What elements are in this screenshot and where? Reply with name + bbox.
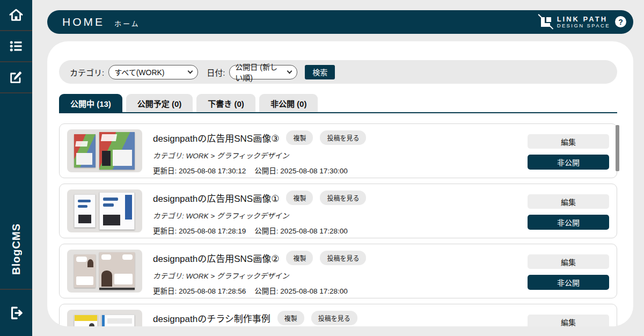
view-post-button[interactable]: 投稿を見る (320, 191, 366, 205)
help-icon[interactable]: ? (615, 16, 626, 27)
post-category: カテゴリ: WORK > グラフィックデザイン (153, 210, 517, 221)
linkpath-logo-icon (539, 16, 552, 28)
post-title: designpathの広告用SNS画像② (153, 251, 279, 265)
edit-button[interactable]: 編集 (528, 194, 609, 209)
unpublish-button[interactable]: 非公開 (528, 275, 609, 290)
post-info: designpathの広告用SNS画像② 複製 投稿を見る カテゴリ: WORK… (153, 250, 517, 293)
post-card: designpathのチラシ制作事例 複製 投稿を見る 編集 (59, 304, 617, 326)
status-tabs: 公開中 (13) 公開予定 (0) 下書き (0) 非公開 (0) (59, 94, 617, 113)
date-filter-label: 日付: (207, 67, 225, 78)
post-updated-date: 更新日: 2025-08-08 17:30:12 (153, 165, 246, 176)
list-icon (9, 39, 24, 54)
view-post-button[interactable]: 投稿を見る (320, 251, 366, 265)
sidebar-brand-area: BlogCMS (0, 93, 32, 290)
post-title: designpathの広告用SNS画像③ (153, 131, 279, 144)
post-thumbnail (67, 310, 142, 326)
category-select[interactable]: すべて(WORK) (108, 65, 198, 79)
post-thumbnail (67, 189, 142, 232)
cms-brand: BlogCMS (10, 223, 23, 275)
unpublish-button[interactable]: 非公開 (528, 215, 609, 230)
post-info: designpathの広告用SNS画像① 複製 投稿を見る カテゴリ: WORK… (153, 189, 517, 232)
duplicate-button[interactable]: 複製 (286, 130, 313, 145)
logo-line1: LINK PATH (557, 16, 610, 23)
post-info: designpathの広告用SNS画像③ 複製 投稿を見る カテゴリ: WORK… (153, 129, 517, 172)
duplicate-button[interactable]: 複製 (286, 191, 313, 205)
tab-published[interactable]: 公開中 (13) (59, 94, 122, 112)
header-right: LINK PATH DESIGN SPACE ? (539, 16, 626, 29)
tab-draft[interactable]: 下書き (0) (196, 94, 255, 112)
post-updated-date: 更新日: 2025-08-08 17:28:56 (153, 285, 246, 296)
post-title: designpathの広告用SNS画像① (153, 191, 279, 204)
sidebar-item-logout[interactable] (0, 290, 32, 336)
post-published-date: 公開日: 2025-08-08 17:28:00 (254, 285, 347, 296)
date-select[interactable]: 公開日 (新しい順) (229, 65, 297, 79)
page-subtitle: ホーム (114, 18, 140, 28)
sidebar-item-new-post[interactable] (0, 62, 32, 93)
edit-button[interactable]: 編集 (528, 315, 609, 326)
date-select-value: 公開日 (新しい順) (235, 61, 283, 83)
duplicate-button[interactable]: 複製 (277, 311, 304, 325)
post-card: designpathの広告用SNS画像① 複製 投稿を見る カテゴリ: WORK… (59, 184, 617, 238)
page-title: HOME (62, 16, 105, 28)
tab-scheduled[interactable]: 公開予定 (0) (126, 94, 193, 112)
edit-button[interactable]: 編集 (528, 134, 609, 149)
edit-button[interactable]: 編集 (528, 254, 609, 269)
view-post-button[interactable]: 投稿を見る (311, 311, 357, 325)
page-header: HOME ホーム LINK PATH DESIGN SPACE ? (47, 10, 633, 34)
post-list: designpathの広告用SNS画像③ 複製 投稿を見る カテゴリ: WORK… (59, 123, 617, 326)
post-title: designpathのチラシ制作事例 (153, 311, 270, 325)
filter-bar: カテゴリ: すべて(WORK) 日付: 公開日 (新しい順) 検索 (59, 60, 617, 84)
home-icon (9, 8, 24, 23)
post-category: カテゴリ: WORK > グラフィックデザイン (153, 270, 517, 281)
post-published-date: 公開日: 2025-08-08 17:30:00 (254, 165, 347, 176)
post-published-date: 公開日: 2025-08-08 17:28:00 (254, 225, 347, 236)
sidebar-item-post-list[interactable] (0, 31, 32, 62)
logout-icon (8, 305, 24, 321)
post-info: designpathのチラシ制作事例 複製 投稿を見る (153, 310, 517, 326)
logo-line2: DESIGN SPACE (557, 23, 610, 28)
post-thumbnail (67, 129, 142, 172)
post-category: カテゴリ: WORK > グラフィックデザイン (153, 150, 517, 160)
chevron-down-icon (188, 68, 193, 74)
sidebar-item-home[interactable] (0, 0, 32, 31)
linkpath-logo-text: LINK PATH DESIGN SPACE (557, 16, 610, 29)
tab-unpublished[interactable]: 非公開 (0) (259, 94, 318, 112)
post-card: designpathの広告用SNS画像③ 複製 投稿を見る カテゴリ: WORK… (59, 123, 617, 178)
category-filter-label: カテゴリ: (70, 67, 104, 78)
chevron-down-icon (287, 68, 292, 74)
post-actions: 編集 非公開 (528, 189, 609, 232)
post-actions: 編集 非公開 (528, 250, 609, 293)
scrollbar-thumb[interactable] (616, 125, 619, 171)
post-thumbnail (67, 250, 142, 293)
unpublish-button[interactable]: 非公開 (528, 155, 609, 170)
post-actions: 編集 非公開 (528, 129, 609, 172)
post-updated-date: 更新日: 2025-08-08 17:28:19 (153, 225, 246, 236)
edit-icon (9, 70, 24, 85)
post-actions: 編集 (528, 310, 609, 326)
category-select-value: すべて(WORK) (114, 67, 164, 77)
view-post-button[interactable]: 投稿を見る (320, 130, 366, 145)
search-button[interactable]: 検索 (305, 65, 335, 79)
duplicate-button[interactable]: 複製 (286, 251, 313, 265)
post-card: designpathの広告用SNS画像② 複製 投稿を見る カテゴリ: WORK… (59, 244, 617, 298)
sidebar: BlogCMS (0, 0, 32, 336)
main-panel: カテゴリ: すべて(WORK) 日付: 公開日 (新しい順) 検索 公開中 (1… (47, 41, 633, 326)
